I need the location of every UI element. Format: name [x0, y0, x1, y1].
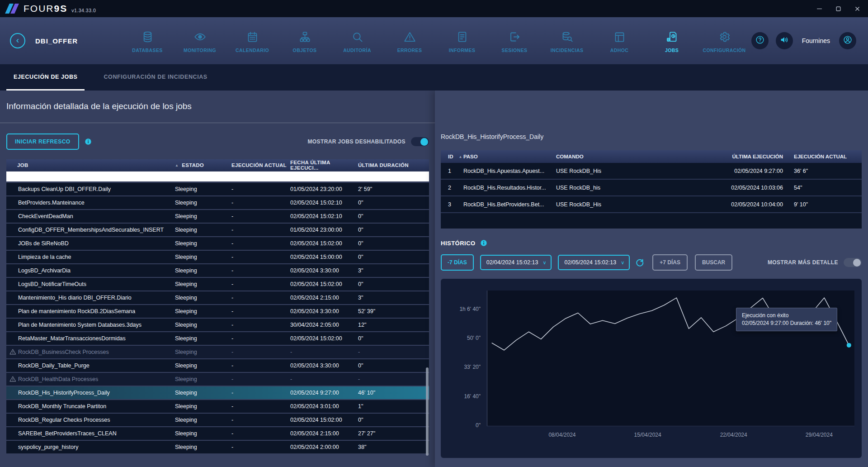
close-icon[interactable] — [851, 2, 863, 15]
minimize-icon[interactable] — [813, 2, 826, 15]
nav-item-objetos[interactable]: OBJETOS — [278, 29, 331, 53]
jobs-table-row[interactable]: RockDB_Monthly Truncate PartitonSleeping… — [6, 400, 429, 413]
jobs-table-row[interactable]: RockDB_His_HistorifyProcess_DailySleepin… — [6, 386, 429, 399]
column-ultima-ejecucion[interactable]: ÚLTIMA EJECUCIÓN — [732, 154, 794, 159]
cell-dur: 27' 27" — [358, 430, 429, 437]
jobs-table-row[interactable]: LogsBD_ArchivarDiaSleeping-02/05/2024 3:… — [6, 264, 429, 277]
jobs-table-row[interactable]: Backups CleanUp DBI_OFFER.DailySleeping-… — [6, 183, 429, 195]
nav-item-incidencias[interactable]: INCIDENCIAS — [541, 29, 593, 53]
column-estado[interactable]: ▲ESTADO — [175, 162, 231, 168]
cell-estado: Sleeping — [175, 390, 231, 396]
jobs-table-row[interactable]: RockDB_BusinessCheck ProcessesSleeping--… — [6, 346, 429, 358]
info-icon[interactable] — [480, 239, 487, 247]
date-from-select[interactable]: 02/04/2024 15:02:13∨ — [480, 255, 552, 270]
cell-paso: RockDB_His.Resultados.Histor... — [463, 185, 556, 191]
jobs-table-row[interactable]: syspolicy_purge_historySleeping-02/05/20… — [6, 441, 429, 453]
refresh-icon[interactable] — [634, 257, 645, 268]
jobs-table-row[interactable]: RetaMaster_MatarTransaccionesDormidasSle… — [6, 332, 429, 345]
cell-job: LogsBD_ArchivarDia — [6, 267, 175, 274]
nav-item-adhoc[interactable]: ADHOC — [593, 29, 646, 53]
cell-comando: USE RockDB_his — [556, 185, 717, 191]
tab-configuracion-de-incidencias[interactable]: CONFIGURACIÓN DE INCIDENCIAS — [96, 64, 214, 91]
cell-estado: Sleeping — [175, 444, 231, 450]
jobs-filter-row[interactable] — [6, 172, 429, 181]
highlighted-point[interactable] — [847, 343, 851, 348]
column-ultima-duracion[interactable]: ÚLTIMA DURACIÓN — [358, 162, 429, 168]
cell-actual: - — [231, 403, 290, 410]
column-job[interactable]: JOB — [6, 162, 175, 168]
jobs-table-row[interactable]: RockDB_Daily_Table_PurgeSleeping-02/05/2… — [6, 359, 429, 372]
column-ejecucion-actual[interactable]: EJECUCIÓN ACTUAL — [231, 162, 290, 168]
y-axis-tick: 0" — [441, 422, 481, 429]
jobs-table-row[interactable]: Plan de mantenimiento RockDB.2DiasSemana… — [6, 305, 429, 318]
maximize-icon[interactable] — [832, 2, 844, 15]
jobs-table-row[interactable]: RockDB_HealthData ProcessesSleeping--- — [6, 373, 429, 386]
nav-item-databases[interactable]: DATABASES — [121, 29, 174, 53]
jobs-table-row[interactable]: Plan de Mantenimiento System Databases.3… — [6, 319, 429, 331]
plus-7-days-button[interactable]: +7 DÍAS — [652, 254, 688, 271]
column-ejecucion-actual[interactable]: EJECUCIÓN ACTUAL — [794, 154, 862, 159]
column-comando[interactable]: COMANDO — [556, 154, 717, 159]
cell-dur: - — [358, 349, 429, 355]
nav-item-calendario[interactable]: CALENDARIO — [226, 29, 278, 53]
y-axis-tick: 1h 6' 40" — [441, 306, 481, 312]
y-axis-tick: 16' 40" — [441, 393, 481, 400]
jobs-table-row[interactable]: Mantenimiento_His diario DBI_OFFER.Diari… — [6, 291, 429, 304]
jobs-table-row[interactable]: JOBs de SiReNoBDSleeping-02/05/2024 15:0… — [6, 237, 429, 250]
back-button[interactable] — [10, 33, 25, 48]
cell-fecha: 02/05/2024 9:27:00 — [290, 390, 358, 396]
cell-job: CheckEventDeadMan — [6, 213, 175, 219]
jobs-table-row[interactable]: BetProviders.ManteinanceSleeping-02/05/2… — [6, 196, 429, 209]
cell-estado: Sleeping — [175, 200, 231, 206]
nav-item-auditoría[interactable]: AUDITORÍA — [331, 29, 383, 53]
date-to-select[interactable]: 02/05/2024 15:02:13∨ — [558, 255, 630, 270]
cell-ult: 02/05/2024 10:04:00 — [731, 201, 794, 208]
cell-fecha: 01/05/2024 23:20:00 — [290, 186, 358, 192]
jobs-table-row[interactable]: Limpieza de la cacheSleeping-02/05/2024 … — [6, 251, 429, 263]
cell-job: SAREBet_BetProvidersTraces_CLEAN — [6, 430, 175, 437]
cell-actual: - — [231, 335, 290, 342]
more-detail-toggle[interactable] — [844, 258, 862, 267]
cell-actual: - — [231, 444, 290, 450]
minus-7-days-button[interactable]: -7 DÍAS — [441, 254, 474, 271]
column-id[interactable]: ID▲ — [441, 154, 463, 159]
help-button[interactable] — [751, 32, 769, 49]
cell-actual: - — [231, 281, 290, 287]
start-refresh-button[interactable]: INICIAR REFRESCO — [6, 133, 79, 150]
nav-item-configuración[interactable]: CONFIGURACIÓN — [698, 29, 750, 53]
steps-table-row[interactable]: 3RockDB_His.BetProviders.Bet...USE RockD… — [441, 196, 862, 213]
show-disabled-toggle[interactable] — [411, 137, 429, 146]
column-fecha-ultima[interactable]: FECHA ÚLTIMA EJECUCI... — [290, 160, 358, 171]
nav-item-label: OBJETOS — [293, 48, 317, 53]
nav-item-informes[interactable]: INFORMES — [436, 29, 488, 53]
nav-item-label: DATABASES — [132, 48, 162, 53]
cell-estado: Sleeping — [175, 430, 231, 437]
jobs-table-row[interactable]: SAREBet_BetProvidersTraces_CLEANSleeping… — [6, 427, 429, 440]
jobs-table-row[interactable]: RockDB_Regular Checks ProcessesSleeping-… — [6, 414, 429, 426]
jobs-scrollbar[interactable] — [426, 367, 429, 456]
nav-item-label: ADHOC — [610, 48, 629, 53]
info-icon[interactable] — [85, 138, 92, 145]
adhoc-icon — [613, 31, 626, 45]
cell-dur: 0" — [358, 240, 429, 247]
jobs-table-row[interactable]: LogsBD_NotificarTimeOutsSleeping-02/05/2… — [6, 278, 429, 291]
cell-job: BetProviders.Manteinance — [6, 200, 175, 206]
buscar-button[interactable]: BUSCAR — [695, 254, 732, 271]
steps-table-row[interactable]: 1RockDB_His.Apuestas.Apuest...USE RockDB… — [441, 163, 862, 180]
nav-item-monitoring[interactable]: MONITORING — [174, 29, 226, 53]
nav-item-jobs[interactable]: JOBS — [646, 29, 698, 53]
more-detail-label: MOSTRAR MÁS DETALLE — [768, 259, 838, 266]
sound-button[interactable] — [776, 32, 793, 49]
tab-ejecucion-de-jobs[interactable]: EJECUCIÓN DE JOBS — [6, 64, 85, 91]
cell-dur: 0" — [358, 200, 429, 206]
steps-table-row[interactable]: 2RockDB_His.Resultados.Histor...USE Rock… — [441, 180, 862, 196]
nav-item-sesiones[interactable]: SESIONES — [488, 29, 541, 53]
cell-dur: 0" — [358, 362, 429, 369]
jobs-table-row[interactable]: ConfigDB_OFFER_MembershipsAndSecurables_… — [6, 224, 429, 236]
account-button[interactable] — [839, 32, 856, 49]
jobs-table-row[interactable]: CheckEventDeadManSleeping-02/05/2024 15:… — [6, 210, 429, 223]
nav-item-errores[interactable]: ERRORES — [383, 29, 436, 53]
app-version: v1.34.33.0 — [71, 8, 96, 13]
cell-job: Plan de mantenimiento RockDB.2DiasSemana — [6, 308, 175, 315]
column-paso[interactable]: PASO — [463, 154, 556, 159]
